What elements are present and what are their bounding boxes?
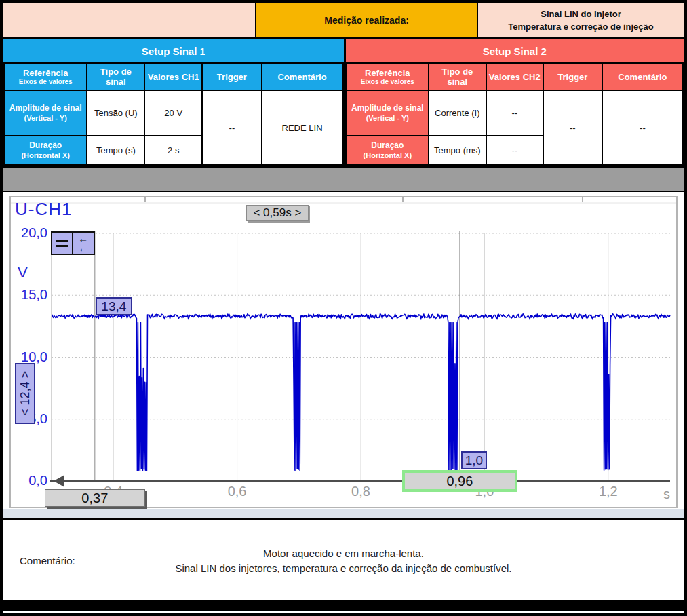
setup-signal-2-title: Setup Sinal 2 (346, 39, 684, 62)
left-arrow-icon: ← (78, 235, 88, 242)
x-tick-12: 1,2 (588, 484, 629, 499)
left-arrow-icon: ← (78, 245, 88, 252)
channel-label: U-CH1 (15, 199, 72, 220)
ch1-duration-signal-type: Tempo (s) (87, 136, 144, 165)
row-amplitude-label-2: Amplitude de sinal (Vertical - Y) (347, 90, 429, 136)
setup-signal-1-title: Setup Sinal 1 (3, 39, 344, 62)
waveform-plot (11, 197, 676, 507)
setup-signal-1-table: Setup Sinal 1 Referência Eixos de valore… (3, 39, 344, 166)
col-header-comentario-2: Comentário (602, 63, 683, 90)
y-tick-0: 0,0 (11, 473, 47, 488)
top-header-bar: Medição realizada: Sinal LIN do Injetor … (3, 3, 684, 39)
cursor2-voltage-badge: 1,0 (461, 451, 487, 469)
measurement-title-line2: Temperatura e correção de injeção (508, 20, 653, 34)
ch1-duration-value: 2 s (144, 136, 202, 165)
cursor-drag-handles: ← ← (51, 231, 95, 255)
col-header-trigger-2: Trigger (543, 63, 602, 90)
ch2-amplitude-signal-type: Corrente (I) (429, 90, 486, 136)
setup-signal-2-table: Setup Sinal 2 Referência Eixos de valore… (344, 39, 684, 166)
row-amplitude-label: Amplitude de sinal (Vertical - Y) (4, 90, 87, 136)
x-tick-08: 0,8 (340, 484, 381, 499)
comment-line-1: Motor aquecido e em marcha-lenta. (263, 547, 424, 559)
ch1-amplitude-value: 20 V (144, 90, 202, 136)
amplitude-label-sub: (Vertical - Y) (6, 113, 85, 123)
measurement-title: Sinal LIN do Injetor Temperatura e corre… (478, 3, 684, 37)
col-header-valores-ch2: Valores CH2 (486, 63, 543, 90)
ch2-amplitude-value: -- (486, 90, 543, 136)
col-header-referencia-2-main: Referência (365, 68, 410, 78)
cursor1-voltage-badge: 13,4 (96, 297, 132, 315)
duration-label-sub: (Horizontal X) (6, 151, 85, 161)
duration-label-2-sub: (Horizontal X) (349, 151, 427, 161)
toolbar-separator-bar (3, 168, 684, 192)
cursor1-time-box[interactable]: 0,37 (45, 489, 145, 507)
row-duration-label-2: Duração (Horizontal X) (347, 136, 429, 165)
measurement-label: Medição realizada: (256, 3, 478, 37)
amplitude-label-2-main: Amplitude de sinal (351, 103, 424, 113)
col-header-referencia-main: Referência (23, 68, 68, 78)
scope-plot-panel: U-CH1 V s 20,0 15,0 10,0 5,0 0,0 0,4 0,6… (9, 196, 678, 508)
col-header-referencia: Referência Eixos de valores (4, 63, 87, 90)
row-duration-label: Duração (Horizontal X) (4, 136, 87, 165)
col-header-referencia-sub: Eixos de valores (6, 78, 85, 85)
comment-line-2: Sinal LIN dos injetores, temperatura e c… (175, 562, 511, 574)
comment-section: Comentário: Motor aquecido e em marcha-l… (3, 520, 684, 600)
comment-text: Motor aquecido e em marcha-lenta. Sinal … (3, 520, 684, 600)
bottom-black-bar (3, 600, 684, 611)
header-blank-cell (3, 3, 256, 37)
y-axis-unit: V (18, 264, 28, 282)
amplitude-label-2-sub: (Vertical - Y) (349, 113, 427, 123)
ch2-comment-value: -- (602, 90, 683, 165)
ch2-trigger-value: -- (543, 90, 602, 165)
x-tick-06: 0,6 (217, 484, 258, 499)
col-header-trigger: Trigger (202, 63, 261, 90)
comment-label: Comentário: (20, 555, 75, 566)
x-axis-unit: s (647, 486, 670, 502)
duration-label-2-main: Duração (371, 140, 404, 150)
col-header-valores-ch1: Valores CH1 (144, 63, 202, 90)
col-header-referencia-2-sub: Eixos de valores (349, 78, 427, 85)
measurement-title-line1: Sinal LIN do Injetor (541, 7, 621, 21)
bars-icon (56, 240, 68, 242)
oscilloscope-chart-section: U-CH1 V s 20,0 15,0 10,0 5,0 0,0 0,4 0,6… (3, 196, 684, 518)
bottom-scroll-strip (3, 509, 684, 518)
ch2-duration-signal-type: Tempo (ms) (429, 136, 486, 165)
col-header-tipo-sinal-2: Tipo de sinal (429, 63, 486, 90)
y-tick-15: 15,0 (11, 287, 47, 303)
delta-voltage-text: < 12,4 > (18, 371, 33, 416)
col-header-referencia-2: Referência Eixos de valores (347, 63, 429, 90)
col-header-comentario: Comentário (262, 63, 343, 90)
amplitude-label-main: Amplitude de sinal (9, 103, 82, 113)
cursor-handle-bars-button[interactable] (51, 231, 73, 255)
col-header-tipo-sinal: Tipo de sinal (87, 63, 144, 90)
ch1-comment-value: REDE LIN (262, 90, 343, 165)
delta-time-badge: < 0,59s > (246, 205, 309, 221)
duration-label-main: Duração (29, 140, 62, 150)
ch2-duration-value: -- (486, 136, 543, 165)
bars-icon (56, 245, 68, 247)
ch1-trigger-value: -- (202, 90, 261, 165)
y-tick-20: 20,0 (11, 225, 47, 241)
measurement-report-window: Medição realizada: Sinal LIN do Injetor … (0, 0, 687, 616)
cursor-handle-arrows-button[interactable]: ← ← (73, 231, 95, 255)
ch1-amplitude-signal-type: Tensão (U) (87, 90, 144, 136)
setup-tables: Setup Sinal 1 Referência Eixos de valore… (3, 39, 684, 168)
delta-voltage-badge: < 12,4 > (15, 363, 35, 424)
cursor2-time-box[interactable]: 0,96 (402, 470, 517, 492)
